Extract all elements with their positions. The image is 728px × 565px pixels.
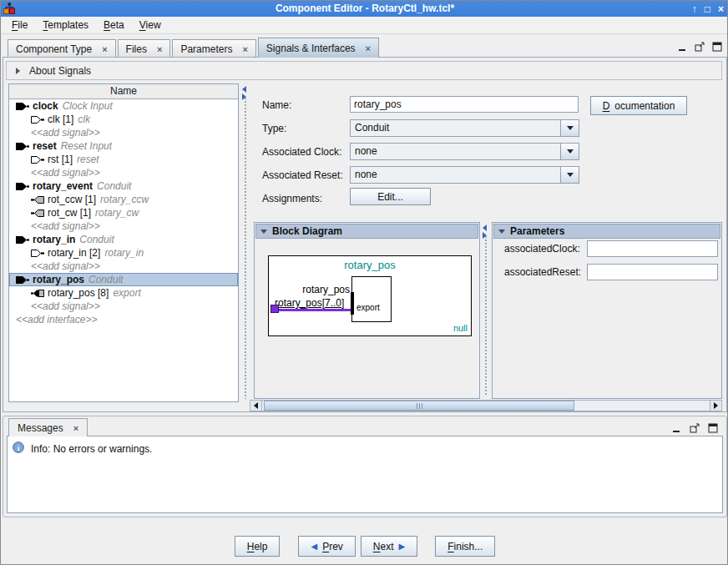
tree-item-label: <<add signal>> xyxy=(31,300,100,312)
collapse-arrow-icon xyxy=(498,230,505,234)
type-label: Type: xyxy=(262,123,286,134)
maximize-pane-icon[interactable] xyxy=(712,40,722,55)
edit-assignments-button[interactable]: Edit... xyxy=(350,188,431,205)
about-signals-bar[interactable]: About Signals xyxy=(6,61,722,80)
tree-row[interactable]: <<add interface>> xyxy=(9,313,238,326)
tab-label: Component Type xyxy=(16,43,92,55)
diagram-wire xyxy=(274,309,352,311)
minimize-pane-icon[interactable] xyxy=(677,40,687,55)
block-diagram-header[interactable]: Block Diagram xyxy=(255,224,478,239)
scroll-left-icon[interactable] xyxy=(250,401,262,411)
menu-item-templates[interactable]: Templates xyxy=(35,18,96,33)
diagram-export-box: export xyxy=(351,276,392,322)
tab-close-icon[interactable]: × xyxy=(242,44,247,54)
interface-icon xyxy=(16,103,29,110)
menu-item-beta[interactable]: Beta xyxy=(96,18,132,33)
detail-splitter[interactable] xyxy=(481,222,491,399)
float-pane-icon[interactable] xyxy=(690,421,700,436)
tree-row[interactable]: <<add signal>> xyxy=(9,126,238,139)
name-input[interactable] xyxy=(350,96,579,113)
tree-row[interactable]: clk [1]clk xyxy=(9,113,238,126)
tab-files[interactable]: Files× xyxy=(118,39,171,58)
diagram-module-box: rotary_pos rotary_pos rotary_pos[7..0] e… xyxy=(268,255,472,336)
tree-item-label: <<add signal>> xyxy=(31,220,100,232)
tabbar: Component Type×Files×Parameters×Signals … xyxy=(1,38,728,58)
documentation-button[interactable]: Documentation xyxy=(590,96,687,115)
tree-row[interactable]: rot_cw [1]rotary_cw xyxy=(9,206,238,219)
tree-item-type: Conduit xyxy=(88,274,123,285)
associated-clock-dropdown[interactable]: none xyxy=(350,143,579,160)
tab-messages[interactable]: Messages × xyxy=(8,418,88,436)
horizontal-scrollbar[interactable] xyxy=(250,400,722,411)
messages-content: i Info: No errors or warnings. xyxy=(7,436,723,513)
maximize-pane-icon[interactable] xyxy=(708,421,718,436)
tab-close-icon[interactable]: × xyxy=(102,44,107,54)
tab-close-icon[interactable]: × xyxy=(73,423,78,433)
help-button[interactable]: Help xyxy=(235,536,281,557)
dropdown-arrow-icon[interactable] xyxy=(560,167,579,183)
tree-row[interactable]: rot_ccw [1]rotary_ccw xyxy=(9,193,238,206)
prev-button[interactable]: ◀Prev xyxy=(298,536,355,557)
diagram-connector xyxy=(270,305,279,313)
close-icon[interactable]: × xyxy=(718,4,724,14)
interface-details: Name: Documentation Type: Conduit Associ… xyxy=(250,83,722,414)
menubar: FileTemplatesBetaView xyxy=(1,17,728,34)
tree-row[interactable]: clockClock Input xyxy=(9,99,238,113)
tab-close-icon[interactable]: × xyxy=(366,43,371,53)
menu-item-view[interactable]: View xyxy=(132,18,169,33)
next-arrow-icon: ▶ xyxy=(399,542,406,551)
tab-label: Files xyxy=(126,43,147,55)
tree-item-type: rotary_cw xyxy=(95,207,139,219)
shade-icon[interactable]: ↑ xyxy=(692,4,697,14)
tree-row[interactable]: <<add signal>> xyxy=(9,260,238,273)
associated-reset-dropdown[interactable]: none xyxy=(350,166,579,184)
next-button[interactable]: Next▶ xyxy=(361,536,417,557)
tab-strip: Component Type×Files×Parameters×Signals … xyxy=(8,38,381,58)
menu-item-file[interactable]: File xyxy=(4,18,35,33)
scroll-right-icon[interactable] xyxy=(710,401,721,411)
float-pane-icon[interactable] xyxy=(695,40,705,55)
diagram-wire-label: rotary_pos[7..0] xyxy=(275,297,344,309)
parameters-header[interactable]: Parameters xyxy=(493,224,720,239)
tab-label: Signals & Interfaces xyxy=(266,43,356,54)
tab-close-icon[interactable]: × xyxy=(157,44,162,54)
scrollbar-thumb[interactable] xyxy=(264,401,574,411)
tree-item-type: Reset Input xyxy=(61,140,112,152)
tree-item-label: rot_cw [1] xyxy=(48,207,91,219)
diagram-port-bar xyxy=(351,292,354,315)
tree-row[interactable]: resetReset Input xyxy=(9,139,238,153)
dropdown-arrow-icon[interactable] xyxy=(560,120,579,136)
tab-component-type[interactable]: Component Type× xyxy=(8,39,116,58)
tree-item-type: Conduit xyxy=(97,180,131,192)
info-message: Info: No errors or warnings. xyxy=(31,443,152,455)
associated-reset-param-input[interactable] xyxy=(587,264,718,280)
tree-item-label: rotary_pos [8] xyxy=(48,287,109,299)
tree-row[interactable]: <<add signal>> xyxy=(9,300,238,313)
tab-signals-interfaces[interactable]: Signals & Interfaces× xyxy=(258,38,379,58)
dropdown-arrow-icon[interactable] xyxy=(560,144,579,159)
tree-row[interactable]: rotary_inConduit xyxy=(9,233,238,246)
tab-parameters[interactable]: Parameters× xyxy=(172,39,255,58)
tree-item-label: clock xyxy=(33,100,58,112)
tree-body: clockClock Inputclk [1]clk<<add signal>>… xyxy=(9,99,238,401)
tree-row[interactable]: rotary_eventConduit xyxy=(9,179,238,193)
interface-icon xyxy=(16,236,29,244)
tree-row[interactable]: rotary_in [2]rotary_in xyxy=(9,246,238,260)
titlebar: Component Editor - RotaryCtl_hw.tcl* ↑ □… xyxy=(1,1,728,17)
finish-button[interactable]: Finish... xyxy=(435,536,495,557)
input-signal-icon xyxy=(31,116,44,124)
tree-row[interactable]: <<add signal>> xyxy=(9,219,238,233)
associated-clock-param-input[interactable] xyxy=(587,240,718,257)
maximize-icon[interactable]: □ xyxy=(705,4,710,14)
tree-item-type: Clock Input xyxy=(63,100,113,112)
minimize-pane-icon[interactable] xyxy=(671,421,681,436)
tree-row[interactable]: rst [1]reset xyxy=(9,153,238,166)
tree-row[interactable]: rotary_posConduit xyxy=(9,273,238,286)
component-editor-window: Component Editor - RotaryCtl_hw.tcl* ↑ □… xyxy=(0,0,728,565)
tree-row[interactable]: <<add signal>> xyxy=(9,166,238,179)
tree-row[interactable]: rotary_pos [8]export xyxy=(9,286,238,300)
collapse-left-icon[interactable] xyxy=(242,86,246,93)
type-dropdown[interactable]: Conduit xyxy=(350,119,579,137)
tree-item-label: reset xyxy=(33,140,57,152)
collapse-left-icon[interactable] xyxy=(483,224,487,231)
